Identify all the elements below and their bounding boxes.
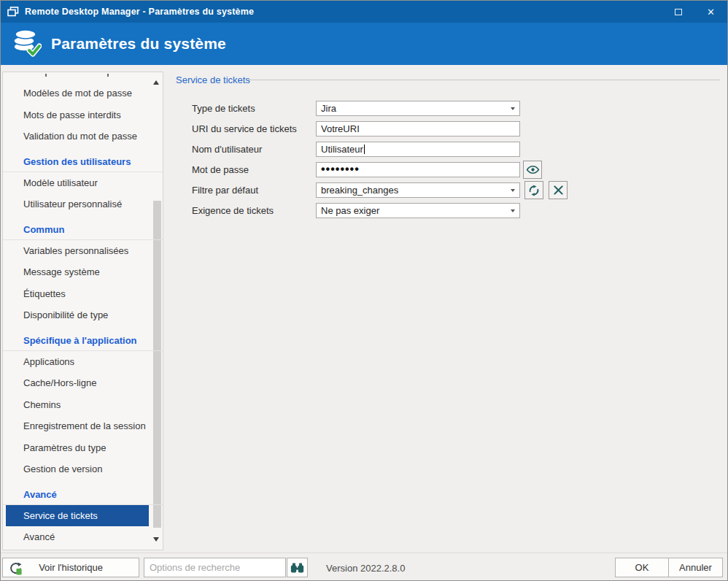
clear-filter-button[interactable] [549,181,568,199]
refresh-filter-button[interactable] [524,181,543,199]
search-options-input[interactable] [144,558,286,577]
titlebar: Remote Desktop Manager - Paramètres du s… [1,1,727,23]
sidebar-nav-list: Modèles de mot de passe Mots de passe in… [3,72,163,548]
view-history-label: Voir l'historique [39,562,103,573]
group-divider [247,80,720,80]
ok-button[interactable]: OK [615,558,669,577]
sidebar-item-cache-hors-ligne[interactable]: Cache/Hors-ligne [3,372,149,394]
sidebar-item-disponibilite-de-type[interactable]: Disponibilité de type [3,304,149,326]
text-caret [364,145,365,154]
sidebar-item-parametres-du-type[interactable]: Paramètres du type [3,437,149,459]
label-uri-service-tickets: URI du service de tickets [192,121,297,136]
sidebar-item-gestion-de-version[interactable]: Gestion de version [3,458,149,480]
reveal-password-button[interactable] [523,161,542,179]
window-title: Remote Desktop Manager - Paramètres du s… [25,7,254,17]
label-nom-utilisateur: Nom d'utilisateur [192,142,262,157]
password-input[interactable]: •••••••• [316,162,520,177]
refresh-icon [528,185,540,196]
sidebar-item-applications[interactable]: Applications [3,351,149,373]
binoculars-icon [290,563,304,573]
sidebar-item-modeles-de-mot-de-passe[interactable]: Modèles de mot de passe [3,82,149,104]
settings-nav-sidebar: Modèles de mot de passe Mots de passe in… [2,72,163,550]
view-history-button[interactable]: Voir l'historique [2,558,139,577]
label-filtre-par-defaut: Filtre par défaut [192,182,258,198]
page-header: Paramètres du système [1,23,727,65]
footer-bar: Voir l'historique Version 2022.2.8.0 OK … [1,553,727,581]
username-input[interactable]: Utilisateur [316,142,520,157]
sidebar-section-avance: Avancé [3,480,163,505]
username-value: Utilisateur [321,144,363,155]
search-button[interactable] [287,558,308,577]
ticket-service-panel: Service de tickets Type de tickets Jira … [167,72,726,553]
sidebar-item-enregistrement-de-la-session[interactable]: Enregistrement de la session [3,415,149,437]
group-title: Service de tickets [176,74,250,85]
version-text: Version 2022.2.8.0 [326,553,405,581]
x-icon [554,185,563,195]
cancel-button[interactable]: Annuler [668,558,723,577]
maximize-button[interactable] [662,1,694,23]
page-title: Paramètres du système [51,35,226,53]
sidebar-item-service-de-tickets[interactable]: Service de tickets [6,505,149,527]
sidebar-item-modele-utilisateur[interactable]: Modèle utilisateur [3,172,149,194]
sidebar-item-chemins[interactable]: Chemins [3,394,149,416]
ticket-service-uri-value: VotreURI [321,123,360,134]
sidebar-section-gestion-des-utilisateurs: Gestion des utilisateurs [3,147,163,172]
sidebar-item-variables-personnalisees[interactable]: Variables personnalisées [3,240,149,262]
chevron-down-icon [511,107,515,110]
eye-icon [526,165,540,174]
password-masked-value: •••••••• [321,163,360,175]
sidebar-section-commun: Commun [3,215,163,240]
sidebar-item-validation-du-mot-de-passe[interactable]: Validation du mot de passe [3,126,149,147]
chevron-down-icon [511,209,515,212]
ticket-requirement-value: Ne pas exiger [321,204,508,218]
close-button[interactable]: ✕ [694,1,727,23]
label-type-de-tickets: Type de tickets [192,101,255,116]
close-icon: ✕ [707,7,715,17]
sidebar-item-utilisateur-personnalise[interactable]: Utilisateur personnalisé [3,193,149,215]
ticket-service-uri-input[interactable]: VotreURI [316,121,520,136]
sidebar-item-etiquettes[interactable]: Étiquettes [3,283,149,305]
system-settings-window: Remote Desktop Manager - Paramètres du s… [0,0,728,581]
sidebar-item-mots-de-passe-interdits[interactable]: Mots de passe interdits [3,104,149,126]
default-filter-select[interactable]: breaking_changes [316,182,520,198]
label-mot-de-passe: Mot de passe [192,162,249,177]
label-exigence-de-tickets: Exigence de tickets [192,203,274,218]
default-filter-value: breaking_changes [321,183,508,197]
app-window-icon [7,7,19,17]
ticket-type-select[interactable]: Jira [316,101,520,116]
database-stack-check-icon [11,26,42,61]
history-icon [9,561,23,577]
ticket-requirement-select[interactable]: Ne pas exiger [316,203,520,218]
chevron-down-icon [511,189,515,192]
sidebar-item-message-systeme[interactable]: Message système [3,261,149,283]
ticket-type-value: Jira [321,101,508,115]
maximize-icon [675,9,682,15]
sidebar-item-avance[interactable]: Avancé [3,526,149,548]
sidebar-section-specifique-a-l-application: Spécifique à l'application [3,326,163,351]
